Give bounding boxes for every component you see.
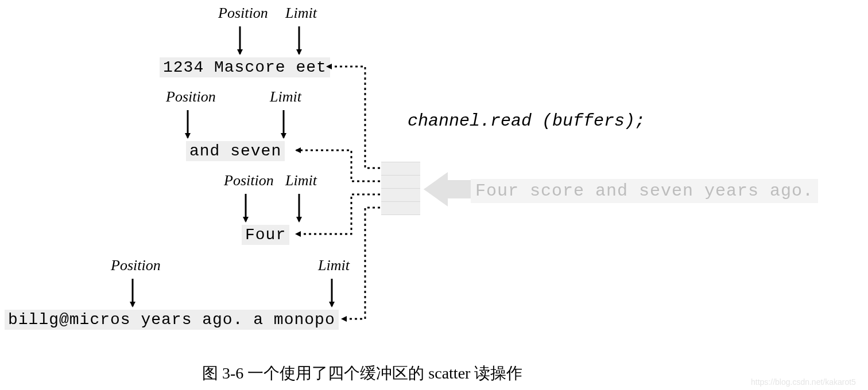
buffer-2: and seven [186, 141, 285, 161]
diagram-stage: Position Limit 1234 Mascore eet Position… [0, 0, 868, 390]
limit-label-3: Limit [285, 172, 317, 189]
limit-label-1: Limit [285, 5, 317, 22]
code-line: channel.read (buffers); [408, 111, 645, 131]
buffer-1: 1234 Mascore eet [160, 57, 330, 77]
position-label-3: Position [224, 172, 274, 189]
buffer-4: billg@micros years ago. a monopo [5, 310, 339, 330]
position-label-2: Position [166, 88, 216, 106]
limit-label-4: Limit [318, 257, 350, 274]
array-slot-1 [381, 175, 420, 189]
array-slot-3 [381, 201, 420, 215]
array-slot-2 [381, 188, 420, 202]
position-label-4: Position [111, 257, 161, 274]
input-stream-text: Four score and seven years ago. [471, 179, 818, 203]
array-slot-0 [381, 162, 420, 176]
position-label-1: Position [218, 5, 268, 22]
limit-label-2: Limit [270, 88, 301, 106]
buffer-3: Four [242, 225, 289, 245]
figure-caption: 图 3-6 一个使用了四个缓冲区的 scatter 读操作 [202, 362, 522, 384]
watermark: https://blog.csdn.net/kakarot5 [751, 377, 856, 387]
